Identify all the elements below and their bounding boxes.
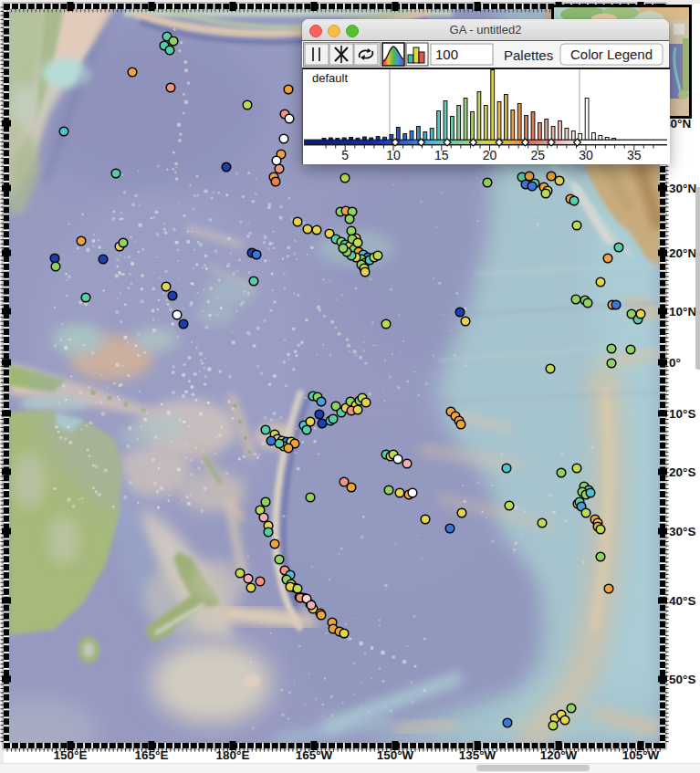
- svg-text:30: 30: [579, 148, 593, 162]
- svg-text:30°N: 30°N: [669, 182, 696, 195]
- svg-text:20°S: 20°S: [669, 465, 695, 479]
- svg-text:10°S: 10°S: [669, 407, 695, 421]
- svg-text:default: default: [312, 71, 348, 85]
- svg-text:15: 15: [434, 148, 449, 162]
- svg-text:Palettes: Palettes: [504, 47, 553, 63]
- svg-text:25: 25: [530, 148, 545, 162]
- svg-text:120°W: 120°W: [540, 748, 578, 762]
- svg-text:35: 35: [627, 148, 642, 162]
- svg-text:Color Legend: Color Legend: [570, 47, 653, 62]
- svg-text:10°N: 10°N: [669, 305, 696, 319]
- svg-text:180°E: 180°E: [216, 748, 250, 762]
- svg-text:135°W: 135°W: [459, 748, 496, 762]
- svg-text:150°W: 150°W: [377, 748, 414, 762]
- svg-text:165°E: 165°E: [135, 748, 169, 762]
- svg-text:10: 10: [386, 148, 401, 162]
- svg-text:50°S: 50°S: [669, 673, 695, 686]
- svg-text:165°W: 165°W: [296, 748, 333, 762]
- svg-text:150°E: 150°E: [54, 748, 88, 762]
- svg-text:40°S: 40°S: [669, 594, 695, 608]
- svg-text:20: 20: [483, 148, 497, 162]
- svg-text:100: 100: [435, 47, 458, 62]
- svg-text:30°S: 30°S: [669, 525, 695, 538]
- svg-text:105°W: 105°W: [622, 748, 660, 762]
- svg-text:5: 5: [341, 148, 349, 162]
- svg-text:20°N: 20°N: [669, 246, 696, 260]
- svg-text:0°: 0°: [669, 356, 681, 370]
